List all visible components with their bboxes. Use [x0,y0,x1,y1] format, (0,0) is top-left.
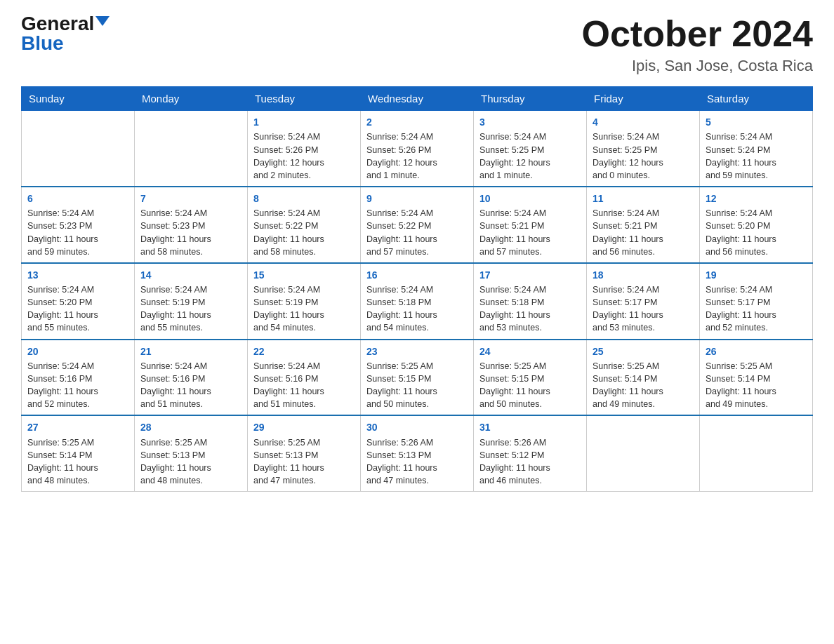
calendar-cell: 11Sunrise: 5:24 AM Sunset: 5:21 PM Dayli… [587,187,700,263]
header-thursday: Thursday [474,87,587,111]
day-info: Sunrise: 5:24 AM Sunset: 5:20 PM Dayligh… [706,207,807,258]
day-number: 2 [366,115,468,129]
calendar-header: SundayMondayTuesdayWednesdayThursdayFrid… [22,87,813,111]
calendar-cell [587,415,700,491]
calendar-week-3: 13Sunrise: 5:24 AM Sunset: 5:20 PM Dayli… [22,263,813,340]
day-number: 18 [593,268,694,282]
day-number: 28 [140,420,241,434]
calendar-cell: 2Sunrise: 5:24 AM Sunset: 5:26 PM Daylig… [361,111,474,187]
calendar-table: SundayMondayTuesdayWednesdayThursdayFrid… [21,86,813,492]
day-info: Sunrise: 5:25 AM Sunset: 5:14 PM Dayligh… [593,360,694,411]
calendar-cell: 19Sunrise: 5:24 AM Sunset: 5:17 PM Dayli… [700,263,813,340]
header-tuesday: Tuesday [248,87,361,111]
day-info: Sunrise: 5:25 AM Sunset: 5:15 PM Dayligh… [479,360,581,411]
day-number: 7 [140,192,241,206]
calendar-week-1: 1Sunrise: 5:24 AM Sunset: 5:26 PM Daylig… [22,111,813,187]
header-wednesday: Wednesday [361,87,474,111]
calendar-cell: 13Sunrise: 5:24 AM Sunset: 5:20 PM Dayli… [22,263,135,340]
calendar-cell: 24Sunrise: 5:25 AM Sunset: 5:15 PM Dayli… [474,340,587,416]
calendar-cell [135,111,248,187]
header-monday: Monday [135,87,248,111]
day-number: 21 [140,344,241,358]
calendar-cell: 25Sunrise: 5:25 AM Sunset: 5:14 PM Dayli… [587,340,700,416]
day-info: Sunrise: 5:24 AM Sunset: 5:16 PM Dayligh… [253,360,355,411]
calendar-cell: 1Sunrise: 5:24 AM Sunset: 5:26 PM Daylig… [248,111,361,187]
day-number: 20 [27,344,128,358]
day-number: 26 [706,344,807,358]
calendar-cell: 28Sunrise: 5:25 AM Sunset: 5:13 PM Dayli… [135,415,248,491]
day-info: Sunrise: 5:25 AM Sunset: 5:14 PM Dayligh… [27,436,128,488]
calendar-cell: 20Sunrise: 5:24 AM Sunset: 5:16 PM Dayli… [22,340,135,416]
day-number: 16 [366,268,468,282]
day-info: Sunrise: 5:24 AM Sunset: 5:16 PM Dayligh… [140,360,241,411]
day-number: 27 [27,420,128,434]
day-number: 1 [253,115,355,129]
day-info: Sunrise: 5:24 AM Sunset: 5:17 PM Dayligh… [593,283,694,335]
logo-general-text: General [21,14,94,34]
calendar-cell [22,111,135,187]
title-block: October 2024 Ipis, San Jose, Costa Rica [582,14,814,75]
header-saturday: Saturday [700,87,813,111]
day-number: 12 [706,192,807,206]
calendar-cell: 7Sunrise: 5:24 AM Sunset: 5:23 PM Daylig… [135,187,248,263]
day-info: Sunrise: 5:26 AM Sunset: 5:13 PM Dayligh… [366,436,468,488]
day-number: 4 [593,115,694,129]
calendar-cell: 21Sunrise: 5:24 AM Sunset: 5:16 PM Dayli… [135,340,248,416]
day-info: Sunrise: 5:24 AM Sunset: 5:21 PM Dayligh… [479,207,581,258]
day-info: Sunrise: 5:24 AM Sunset: 5:26 PM Dayligh… [253,130,355,182]
day-number: 5 [706,115,807,129]
header-sunday: Sunday [22,87,135,111]
calendar-cell: 9Sunrise: 5:24 AM Sunset: 5:22 PM Daylig… [361,187,474,263]
location-title: Ipis, San Jose, Costa Rica [582,57,814,75]
day-info: Sunrise: 5:24 AM Sunset: 5:22 PM Dayligh… [366,207,468,258]
day-info: Sunrise: 5:24 AM Sunset: 5:25 PM Dayligh… [479,130,581,182]
calendar-cell: 30Sunrise: 5:26 AM Sunset: 5:13 PM Dayli… [361,415,474,491]
day-info: Sunrise: 5:24 AM Sunset: 5:25 PM Dayligh… [593,130,694,182]
day-info: Sunrise: 5:24 AM Sunset: 5:20 PM Dayligh… [27,283,128,335]
calendar-body: 1Sunrise: 5:24 AM Sunset: 5:26 PM Daylig… [22,111,813,492]
calendar-cell: 29Sunrise: 5:25 AM Sunset: 5:13 PM Dayli… [248,415,361,491]
day-info: Sunrise: 5:24 AM Sunset: 5:22 PM Dayligh… [253,207,355,258]
day-info: Sunrise: 5:24 AM Sunset: 5:18 PM Dayligh… [479,283,581,335]
calendar-cell: 6Sunrise: 5:24 AM Sunset: 5:23 PM Daylig… [22,187,135,263]
day-info: Sunrise: 5:26 AM Sunset: 5:12 PM Dayligh… [479,436,581,488]
logo: General Blue [21,14,110,53]
day-number: 10 [479,192,581,206]
day-info: Sunrise: 5:25 AM Sunset: 5:15 PM Dayligh… [366,360,468,411]
calendar-cell: 14Sunrise: 5:24 AM Sunset: 5:19 PM Dayli… [135,263,248,340]
day-number: 8 [253,192,355,206]
day-number: 22 [253,344,355,358]
day-number: 3 [479,115,581,129]
calendar-cell: 23Sunrise: 5:25 AM Sunset: 5:15 PM Dayli… [361,340,474,416]
day-number: 31 [479,420,581,434]
calendar-cell: 18Sunrise: 5:24 AM Sunset: 5:17 PM Dayli… [587,263,700,340]
day-info: Sunrise: 5:24 AM Sunset: 5:23 PM Dayligh… [27,207,128,258]
calendar-cell: 16Sunrise: 5:24 AM Sunset: 5:18 PM Dayli… [361,263,474,340]
calendar-cell: 8Sunrise: 5:24 AM Sunset: 5:22 PM Daylig… [248,187,361,263]
day-info: Sunrise: 5:24 AM Sunset: 5:17 PM Dayligh… [706,283,807,335]
day-info: Sunrise: 5:24 AM Sunset: 5:21 PM Dayligh… [593,207,694,258]
day-info: Sunrise: 5:25 AM Sunset: 5:13 PM Dayligh… [253,436,355,488]
calendar-cell: 31Sunrise: 5:26 AM Sunset: 5:12 PM Dayli… [474,415,587,491]
calendar-week-4: 20Sunrise: 5:24 AM Sunset: 5:16 PM Dayli… [22,340,813,416]
day-number: 30 [366,420,468,434]
header-row: SundayMondayTuesdayWednesdayThursdayFrid… [22,87,813,111]
day-number: 17 [479,268,581,282]
day-number: 25 [593,344,694,358]
logo-triangle-icon [95,16,110,26]
day-number: 24 [479,344,581,358]
calendar-cell: 5Sunrise: 5:24 AM Sunset: 5:24 PM Daylig… [700,111,813,187]
day-info: Sunrise: 5:25 AM Sunset: 5:14 PM Dayligh… [706,360,807,411]
day-info: Sunrise: 5:24 AM Sunset: 5:16 PM Dayligh… [27,360,128,411]
month-title: October 2024 [582,14,814,54]
day-number: 29 [253,420,355,434]
day-number: 23 [366,344,468,358]
day-number: 11 [593,192,694,206]
calendar-cell: 12Sunrise: 5:24 AM Sunset: 5:20 PM Dayli… [700,187,813,263]
day-number: 14 [140,268,241,282]
calendar-cell: 15Sunrise: 5:24 AM Sunset: 5:19 PM Dayli… [248,263,361,340]
header-friday: Friday [587,87,700,111]
calendar-cell: 4Sunrise: 5:24 AM Sunset: 5:25 PM Daylig… [587,111,700,187]
calendar-cell [700,415,813,491]
day-info: Sunrise: 5:24 AM Sunset: 5:26 PM Dayligh… [366,130,468,182]
